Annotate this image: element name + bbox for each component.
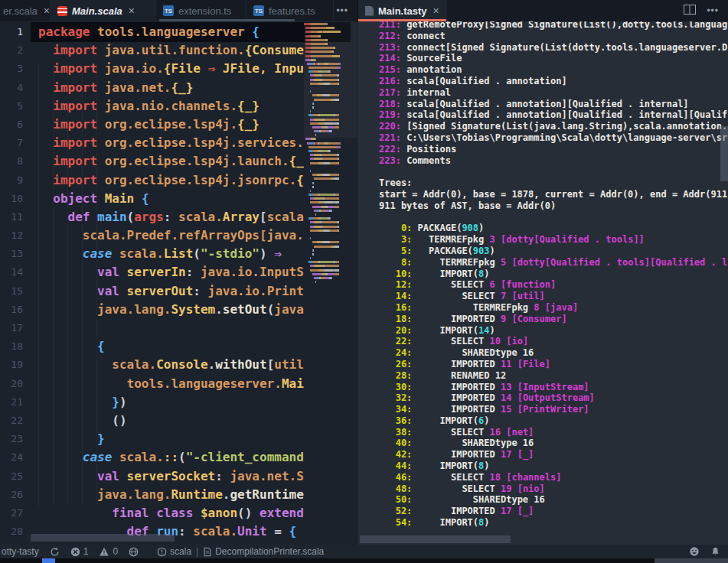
code-line[interactable]: import java.net.{_} — [38, 79, 304, 97]
code-line[interactable]: case scala.::("-client_command", clien — [38, 448, 304, 467]
code-line[interactable]: scala.Console.withOut[util.concurr — [38, 356, 304, 374]
vertical-scrollbar[interactable] — [720, 126, 728, 181]
code-line[interactable]: }) — [38, 393, 304, 412]
code-line[interactable]: object Main { — [38, 190, 304, 208]
code-line[interactable]: import org.eclipse.lsp4j.jsonrpc.{Launch… — [38, 171, 304, 190]
code-line[interactable]: final class $anon() extends java.l — [38, 504, 304, 522]
code-line[interactable]: java.lang.System.setOut(java.lang.Sy — [38, 301, 304, 319]
close-icon[interactable]: × — [129, 5, 135, 16]
code-line[interactable]: java.lang.Runtime.getRuntime().addSh — [38, 486, 304, 504]
code-line[interactable]: case scala.List("-stdio") ⇒ — [38, 245, 304, 263]
git-branch-item[interactable]: otty-tasty — [0, 545, 44, 558]
code-line[interactable]: { — [38, 337, 304, 356]
code-line[interactable] — [38, 319, 304, 337]
line-number[interactable]: 20 — [0, 375, 23, 393]
tasty-line: Trees: — [379, 177, 728, 189]
line-number[interactable]: 14 — [0, 263, 23, 282]
tab-extension-ts[interactable]: TS extension.ts — [156, 0, 246, 21]
line-number[interactable]: 11 — [0, 208, 23, 226]
line-number[interactable]: 8 — [0, 152, 23, 171]
line-number[interactable]: 10 — [0, 190, 23, 208]
code-line[interactable]: import java.nio.channels.{_} — [38, 97, 304, 116]
tab-bar-right: Main.tasty × ••• — [357, 0, 728, 21]
live-share-item[interactable] — [123, 545, 144, 558]
code-line[interactable]: import org.eclipse.lsp4j.launch.{_} — [38, 152, 304, 171]
line-number[interactable]: 19 — [0, 356, 23, 374]
tasty-line: 16: TERMREFpkg 8 [java] — [379, 302, 728, 314]
sync-button[interactable] — [44, 545, 65, 558]
line-number[interactable]: 5 — [0, 97, 23, 116]
tab-main-tasty[interactable]: Main.tasty × — [358, 0, 447, 21]
horizontal-scrollbar[interactable] — [360, 535, 511, 543]
tasty-line: 211: getRemoteProxy[Signed Signature(Lis… — [379, 21, 728, 31]
tab-main-scala[interactable]: Main.scala × — [51, 0, 156, 21]
line-number[interactable]: 15 — [0, 282, 23, 301]
line-number[interactable]: 22 — [0, 412, 23, 430]
line-number[interactable]: 6 — [0, 116, 23, 134]
feedback-button[interactable] — [684, 546, 705, 557]
line-number[interactable]: 9 — [0, 171, 23, 190]
scala-code-area[interactable]: package tools.languageserver { import ja… — [38, 23, 304, 545]
tab-er-scala[interactable]: er.scala × — [0, 0, 51, 21]
line-number[interactable]: 26 — [0, 486, 23, 504]
minimap[interactable] — [304, 23, 348, 543]
line-number[interactable]: 17 — [0, 319, 23, 337]
code-line[interactable]: val serverIn: java.io.InputStream = — [38, 263, 304, 282]
minimap-line — [304, 190, 348, 192]
line-number[interactable]: 23 — [0, 430, 23, 448]
minimap-line — [304, 257, 348, 259]
code-line[interactable]: } — [38, 430, 304, 448]
line-number[interactable]: 2 — [0, 41, 23, 60]
tasty-line: start = Addr(0), base = 1878, current = … — [379, 189, 728, 200]
code-line[interactable]: () — [38, 412, 304, 430]
minimap-line — [304, 31, 348, 33]
code-line[interactable]: def main(args: scala.Array[scala.Predef.… — [38, 208, 304, 226]
minimap-line — [304, 154, 348, 156]
tab-features-ts[interactable]: TS features.ts — [246, 0, 334, 21]
editor-pane-tasty[interactable]: 211: getRemoteProxy[Signed Signature(Lis… — [357, 21, 728, 545]
tab-label: features.ts — [269, 5, 315, 17]
code-line[interactable]: import java.util.function.{Consumer} — [38, 41, 304, 60]
minimap-line — [304, 174, 348, 176]
code-line[interactable]: val serverOut: java.io.PrintStream = — [38, 282, 304, 301]
language-mode-item[interactable]: scala | DecompilationPrinter.scala — [152, 545, 329, 558]
line-number[interactable]: 25 — [0, 467, 23, 486]
tasty-output-area[interactable]: 211: getRemoteProxy[Signed Signature(Lis… — [357, 21, 728, 529]
editor-pane-scala[interactable]: 1234567891011121314151617181920212223242… — [0, 21, 357, 545]
errors-item[interactable]: 1 — [65, 545, 94, 558]
code-line[interactable]: package tools.languageserver { — [38, 23, 304, 41]
tasty-line: 42: IMPORTED 17 [_] — [379, 449, 728, 460]
code-line[interactable]: import org.eclipse.lsp4j.{_} — [38, 116, 304, 134]
line-number[interactable]: 3 — [0, 60, 23, 78]
line-number[interactable]: 7 — [0, 134, 23, 152]
minimap-line — [304, 146, 348, 148]
line-number[interactable]: 27 — [0, 504, 23, 522]
line-number-gutter[interactable]: 1234567891011121314151617181920212223242… — [0, 23, 23, 545]
code-line[interactable]: scala.Predef.refArrayOps[java.lang.Strin — [38, 226, 304, 245]
close-icon[interactable]: × — [433, 5, 439, 16]
notifications-button[interactable] — [705, 546, 728, 557]
close-icon[interactable]: × — [44, 5, 50, 16]
more-actions-icon[interactable]: ••• — [336, 5, 348, 16]
split-editor-icon[interactable] — [684, 4, 696, 18]
code-line[interactable]: import java.io.{File ⇒ JFile, InputStrea… — [38, 60, 304, 78]
line-number[interactable]: 24 — [0, 448, 23, 467]
minimap-line — [304, 67, 348, 69]
line-number[interactable]: 1 — [0, 23, 23, 41]
line-number[interactable]: 28 — [0, 522, 23, 541]
warnings-item[interactable]: 0 — [93, 545, 123, 558]
minimap-line — [304, 237, 348, 239]
line-number[interactable]: 16 — [0, 301, 23, 319]
more-actions-icon[interactable]: ••• — [707, 5, 719, 16]
horizontal-scrollbar[interactable] — [31, 534, 175, 542]
code-line[interactable]: val serverSocket: java.net.ServerSoc — [38, 467, 304, 486]
line-number[interactable]: 4 — [0, 79, 23, 97]
line-number[interactable]: 21 — [0, 393, 23, 412]
minimap-line — [304, 70, 348, 73]
code-line[interactable]: import org.eclipse.lsp4j.services.{_} — [38, 134, 304, 152]
code-line[interactable]: tools.languageserver.Main.startS — [38, 375, 304, 393]
line-number[interactable]: 18 — [0, 337, 23, 356]
minimap-line — [304, 86, 348, 89]
line-number[interactable]: 13 — [0, 245, 23, 263]
line-number[interactable]: 12 — [0, 226, 23, 245]
